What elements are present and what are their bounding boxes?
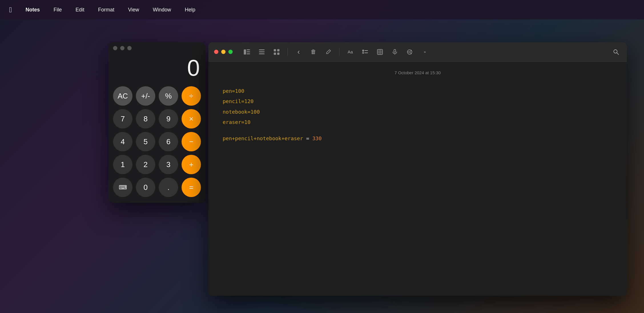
- svg-point-13: [363, 52, 364, 53]
- more-icon[interactable]: »: [419, 47, 430, 57]
- notes-traffic-lights: [214, 50, 233, 54]
- calc-btn-9[interactable]: 9: [159, 109, 178, 129]
- calc-btn-subtract[interactable]: −: [182, 132, 201, 151]
- formula-result: 330: [312, 135, 322, 141]
- calc-btn-1[interactable]: 1: [113, 155, 132, 174]
- menu-help[interactable]: Help: [182, 6, 198, 14]
- calc-btn-ac[interactable]: AC: [113, 86, 132, 106]
- notes-body: pen=100 pencil=120 notebook=100 eraser=1…: [223, 87, 613, 143]
- svg-rect-1: [247, 49, 250, 50]
- notes-date: 7 October 2024 at 15:30: [223, 70, 613, 75]
- svg-rect-12: [365, 50, 368, 51]
- calculator-titlebar: [108, 42, 206, 54]
- notes-line-1: pen=100: [223, 87, 613, 96]
- notes-line-4: eraser=10: [223, 118, 613, 127]
- svg-rect-5: [259, 51, 265, 52]
- calc-btn-percent[interactable]: %: [159, 86, 178, 106]
- notes-close-button[interactable]: [214, 50, 218, 54]
- grid-view-icon[interactable]: [271, 47, 282, 57]
- menu-edit[interactable]: Edit: [73, 6, 87, 14]
- calc-btn-5[interactable]: 5: [136, 132, 155, 151]
- list-view-icon[interactable]: [257, 47, 267, 57]
- svg-point-23: [409, 51, 410, 53]
- svg-rect-6: [259, 53, 265, 54]
- formula-left: pen+pencil+notebook+eraser: [223, 135, 303, 141]
- calc-btn-7[interactable]: 7: [113, 109, 132, 129]
- audio-icon[interactable]: [390, 47, 400, 57]
- calculator-keypad: AC +/- % ÷ 7 8 9 × 4 5 6 − 1 2 3 + ⌨ 0 .…: [108, 84, 206, 203]
- calc-btn-4[interactable]: 4: [113, 132, 132, 151]
- apple-menu[interactable]: : [7, 4, 14, 15]
- notes-minimize-button[interactable]: [221, 50, 226, 54]
- calc-btn-0[interactable]: 0: [136, 178, 155, 197]
- back-icon[interactable]: ‹: [293, 47, 304, 57]
- menu-view[interactable]: View: [126, 6, 142, 14]
- calc-minimize-button[interactable]: [120, 46, 124, 50]
- formula-equals: =: [303, 135, 313, 141]
- notes-content[interactable]: 7 October 2024 at 15:30 pen=100 pencil=1…: [208, 62, 627, 296]
- delete-icon[interactable]: 🗑: [308, 47, 319, 57]
- calc-btn-keyboard[interactable]: ⌨: [113, 178, 132, 197]
- svg-rect-20: [394, 49, 396, 52]
- svg-point-27: [614, 50, 617, 53]
- notes-maximize-button[interactable]: [228, 50, 233, 54]
- calculator-window: 0 AC +/- % ÷ 7 8 9 × 4 5 6 − 1 2 3 + ⌨ 0…: [108, 42, 206, 203]
- calc-btn-3[interactable]: 3: [159, 155, 178, 174]
- calc-btn-2[interactable]: 2: [136, 155, 155, 174]
- calculator-value: 0: [187, 55, 200, 81]
- font-size-icon[interactable]: Aa: [345, 47, 355, 57]
- share-icon[interactable]: [404, 47, 415, 57]
- notes-line-2: pencil=120: [223, 97, 613, 106]
- menubar:  Notes File Edit Format View Window Hel…: [0, 0, 644, 19]
- calc-btn-sign[interactable]: +/-: [136, 86, 155, 106]
- svg-rect-9: [274, 53, 276, 55]
- search-icon[interactable]: [611, 47, 621, 57]
- svg-rect-7: [274, 49, 276, 51]
- svg-rect-0: [244, 49, 246, 55]
- calc-btn-multiply[interactable]: ×: [182, 109, 201, 129]
- checklist-icon[interactable]: [360, 47, 370, 57]
- menu-window[interactable]: Window: [150, 6, 173, 14]
- notes-line-3: notebook=100: [223, 107, 613, 117]
- compose-icon[interactable]: [323, 47, 333, 57]
- notes-toolbar: ‹ 🗑 Aa: [208, 42, 627, 62]
- calc-btn-equals[interactable]: =: [182, 178, 201, 197]
- menu-file[interactable]: File: [51, 6, 64, 14]
- calc-btn-8[interactable]: 8: [136, 109, 155, 129]
- svg-rect-14: [365, 53, 368, 53]
- toolbar-separator-1: [287, 48, 288, 56]
- calc-btn-decimal[interactable]: .: [159, 178, 178, 197]
- calc-maximize-button[interactable]: [127, 46, 132, 50]
- toolbar-separator-2: [339, 48, 339, 56]
- desktop: 0 AC +/- % ÷ 7 8 9 × 4 5 6 − 1 2 3 + ⌨ 0…: [0, 19, 644, 313]
- calc-close-button[interactable]: [113, 46, 117, 50]
- calculator-display: 0: [108, 54, 206, 84]
- svg-rect-8: [277, 49, 279, 51]
- svg-rect-4: [259, 49, 265, 50]
- table-icon[interactable]: [375, 47, 385, 57]
- sidebar-toggle-icon[interactable]: [242, 47, 252, 57]
- calc-btn-divide[interactable]: ÷: [182, 86, 201, 106]
- notes-formula: pen+pencil+notebook+eraser = 330: [223, 134, 613, 143]
- svg-rect-2: [247, 51, 250, 52]
- menu-notes[interactable]: Notes: [23, 6, 42, 14]
- svg-rect-15: [377, 49, 383, 55]
- menu-format[interactable]: Format: [96, 6, 117, 14]
- calc-btn-6[interactable]: 6: [159, 132, 178, 151]
- svg-rect-3: [247, 53, 250, 54]
- notes-window: ‹ 🗑 Aa: [208, 42, 627, 296]
- svg-rect-10: [277, 53, 279, 55]
- svg-line-28: [617, 53, 619, 55]
- calc-btn-add[interactable]: +: [182, 155, 201, 174]
